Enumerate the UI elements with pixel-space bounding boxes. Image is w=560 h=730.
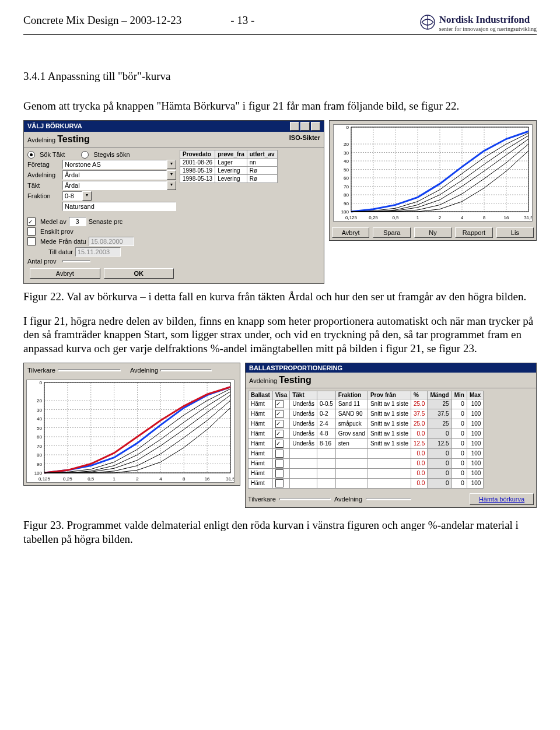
paragraph-1: Genom att trycka på knappen "Hämta Börku… — [23, 99, 537, 113]
page-number: - 13 - — [230, 14, 254, 26]
avdelning-input[interactable]: Årdal — [62, 170, 167, 180]
visa-checkbox[interactable] — [275, 479, 284, 487]
ok-button[interactable]: OK — [104, 268, 174, 279]
table-row[interactable]: HämtUnderås0-0.5Sand 11Snitt av 1 siste2… — [249, 399, 484, 409]
avdelning-input-23r2[interactable] — [366, 498, 411, 500]
foretag-input[interactable]: Norstone AS — [62, 160, 167, 169]
hamta-borkurva-button[interactable]: Hämta börkurva — [470, 493, 534, 505]
chevron-down-icon[interactable]: ▾ — [167, 170, 176, 180]
tilverkare-input-23r[interactable] — [279, 498, 331, 500]
logo: Nordisk Industrifond senter for innovasj… — [419, 14, 537, 32]
table-row[interactable]: HämtUnderås4-8Grov sandSnitt av 1 siste0… — [249, 429, 484, 438]
spara-button[interactable]: Spara — [373, 227, 410, 238]
table-row[interactable]: Hämt0.000100 — [249, 468, 484, 478]
logo-icon — [419, 14, 436, 30]
svg-text:30: 30 — [344, 150, 349, 155]
ballast-titlebar[interactable]: BALLASTPROPORTIONERING — [246, 363, 536, 373]
checkbox-enskilt[interactable] — [27, 227, 36, 236]
medel-label: Medel av — [40, 218, 66, 225]
svg-text:0,25: 0,25 — [369, 215, 378, 220]
visa-checkbox[interactable] — [275, 459, 284, 468]
fran-date-input[interactable]: 15.08.2000 — [89, 237, 134, 246]
svg-text:60: 60 — [344, 176, 349, 181]
table-row[interactable]: 1998-05-13LeveringRø — [180, 174, 278, 182]
minimize-icon[interactable] — [290, 122, 299, 131]
svg-text:31,5: 31,5 — [226, 476, 234, 482]
svg-text:0: 0 — [40, 380, 43, 385]
visa-checkbox[interactable] — [275, 410, 284, 418]
senaste-label: Senaste prc — [89, 218, 123, 225]
visa-checkbox[interactable] — [275, 400, 284, 408]
antal-prov-input[interactable] — [62, 260, 90, 262]
svg-text:90: 90 — [37, 461, 42, 466]
svg-text:0,25: 0,25 — [63, 476, 72, 482]
chevron-down-icon[interactable]: ▾ — [82, 191, 92, 201]
rapport-button[interactable]: Rapport — [455, 227, 492, 238]
svg-text:20: 20 — [37, 398, 42, 403]
radio-stegvis[interactable] — [81, 151, 89, 159]
table-header: Täkt — [290, 391, 317, 399]
ballast-window-title: BALLASTPROPORTIONERING — [249, 364, 342, 371]
table-row[interactable]: HämtUnderås0-2SAND 90Snitt av 1 siste37.… — [249, 409, 484, 419]
table-row[interactable]: HämtUnderås2-4småpuckSnitt av 1 siste25.… — [249, 419, 484, 429]
svg-text:70: 70 — [344, 184, 349, 189]
radio-sok-takt-label: Sök Täkt — [40, 151, 65, 158]
table-row[interactable]: Hämt0.000100 — [249, 458, 484, 468]
svg-text:2: 2 — [439, 215, 442, 220]
svg-text:8: 8 — [483, 215, 486, 220]
till-date-input[interactable]: 15.11.2003 — [75, 247, 121, 257]
avdelning-label: Avdelning — [27, 136, 55, 143]
table-row[interactable]: HämtUnderås8-16stenSnitt av 1 siste12.51… — [249, 438, 484, 448]
natursand-input[interactable]: Natursand — [62, 202, 176, 211]
lis-button[interactable]: Lis — [496, 227, 534, 238]
chevron-down-icon[interactable]: ▾ — [167, 181, 176, 190]
avdelning-input-23l[interactable] — [160, 369, 212, 371]
svg-text:0: 0 — [346, 125, 349, 130]
table-header: Fraktion — [335, 391, 368, 399]
chevron-down-icon[interactable]: ▾ — [167, 160, 176, 169]
chart-panel-fig23: Tilverkare Avdelning 0203040506070809010… — [23, 363, 240, 486]
chart-panel-fig22: 020304050607080901000,1250,250,512481631… — [329, 120, 537, 241]
table-row[interactable]: Hämt0.000100 — [249, 478, 484, 488]
logo-subtitle: senter for innovasjon og næringsutviklin… — [439, 26, 537, 32]
visa-checkbox[interactable] — [275, 469, 284, 478]
svg-text:0,125: 0,125 — [38, 476, 51, 482]
divider — [23, 34, 537, 35]
avbryt-button[interactable]: Avbryt — [332, 227, 369, 238]
svg-text:0,125: 0,125 — [345, 215, 358, 220]
antal-prov-label: Antal prov — [27, 258, 60, 265]
svg-text:40: 40 — [37, 416, 42, 422]
fraktion-input[interactable]: 0-8 — [62, 191, 82, 201]
avbryt-button[interactable]: Avbryt — [30, 268, 100, 279]
foretag-label: Företag — [27, 161, 60, 168]
visa-checkbox[interactable] — [275, 440, 284, 448]
checkbox-medel[interactable] — [27, 217, 36, 226]
till-label: Till datur — [27, 248, 73, 255]
visa-checkbox[interactable] — [275, 420, 284, 428]
tilverkare-input[interactable] — [58, 369, 121, 371]
close-icon[interactable] — [311, 122, 320, 131]
radio-sok-takt[interactable] — [27, 151, 35, 159]
table-header: Min — [452, 391, 467, 399]
ballast-table[interactable]: BallastVisaTäktFraktionProv från%MängdMi… — [248, 391, 484, 489]
medel-n-input[interactable]: 3 — [69, 217, 86, 226]
checkbox-mede[interactable] — [27, 237, 36, 245]
svg-text:80: 80 — [37, 452, 42, 458]
table-row[interactable]: 1998-05-19LeveringRø — [180, 166, 278, 174]
avdelning-label-23r: Avdelning — [249, 377, 277, 384]
ny-button[interactable]: Ny — [414, 227, 452, 238]
window-titlebar[interactable]: VÄLJ BÖRKURVA — [24, 121, 324, 132]
takt-input[interactable]: Årdal — [62, 181, 167, 190]
table-header: Visa — [272, 391, 289, 399]
fraktion-label: Fraktion — [27, 192, 60, 199]
tilverkare-label: Tilverkare — [27, 367, 55, 374]
visa-checkbox[interactable] — [275, 430, 284, 438]
mede-label: Mede — [40, 238, 57, 245]
takt-label: Täkt — [27, 182, 60, 189]
svg-text:100: 100 — [34, 471, 43, 476]
prov-table[interactable]: Provedatoprøve_frautført_av2001-08-26Lag… — [180, 150, 278, 183]
maximize-icon[interactable] — [300, 122, 310, 131]
table-row[interactable]: Hämt0.000100 — [249, 448, 484, 458]
visa-checkbox[interactable] — [275, 450, 284, 458]
table-row[interactable]: 2001-08-26Lagernn — [180, 158, 278, 166]
